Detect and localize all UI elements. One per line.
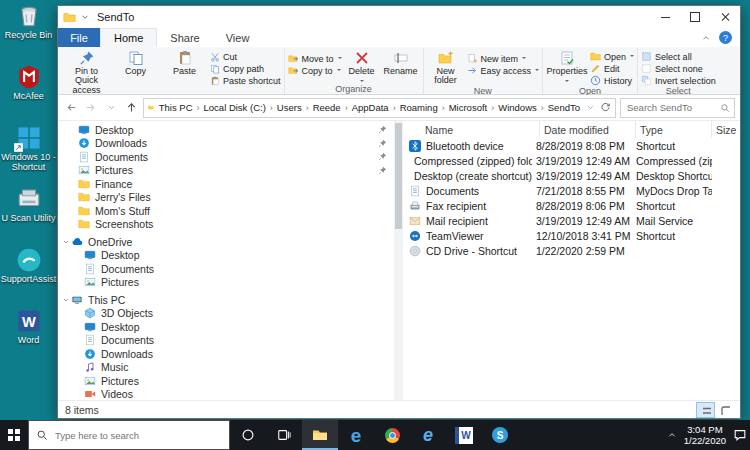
breadcrumb-item[interactable]: Reede — [311, 102, 350, 113]
taskbar-word-button[interactable] — [446, 420, 482, 450]
file-row-documents[interactable]: Documents 7/21/2018 8:55 PM MyDocs Drop … — [403, 183, 740, 198]
tab-home[interactable]: Home — [100, 28, 157, 47]
tab-share[interactable]: Share — [157, 28, 212, 47]
nav-item-pictures-quick[interactable]: Pictures — [58, 164, 394, 178]
chevron-down-icon[interactable] — [62, 238, 70, 246]
file-row-mail-recipient[interactable]: Mail recipient 3/19/2019 12:49 AM Mail S… — [403, 213, 740, 228]
up-button[interactable] — [123, 100, 139, 116]
show-hidden-icons-chevron-icon[interactable] — [667, 430, 677, 440]
tab-file[interactable]: File — [58, 28, 100, 47]
address-dropdown-chevron-icon[interactable] — [586, 103, 595, 112]
tab-view[interactable]: View — [213, 28, 263, 47]
desktop-icon-supportassist[interactable]: SupportAssist — [1, 247, 57, 299]
taskbar-clock[interactable]: 3:04 PM 1/22/2020 — [684, 424, 726, 447]
nav-item-finance[interactable]: Finance — [58, 177, 394, 191]
breadcrumb-item[interactable]: Windows — [496, 102, 546, 113]
minimize-button[interactable] — [650, 6, 680, 28]
taskbar-chrome-button[interactable] — [374, 420, 410, 450]
column-header-date-modified[interactable]: Date modified — [540, 121, 636, 138]
close-button[interactable] — [710, 6, 740, 28]
large-icons-view-button[interactable] — [716, 403, 733, 417]
copy-to-button[interactable]: Copy to — [288, 65, 342, 76]
breadcrumb-item[interactable]: AppData — [350, 102, 398, 113]
action-center-icon[interactable] — [733, 428, 747, 442]
search-box[interactable] — [620, 98, 735, 118]
nav-item-3d-objects[interactable]: 3D Objects — [58, 307, 394, 321]
breadcrumb[interactable]: This PC Local Disk (C:) Users Reede AppD… — [143, 98, 616, 118]
nav-item-onedrive[interactable]: OneDrive — [58, 235, 394, 249]
desktop-icon-word[interactable]: Word — [1, 308, 57, 360]
select-all-button[interactable]: Select all — [641, 51, 716, 62]
breadcrumb-item-current[interactable]: SendTo — [546, 102, 582, 113]
breadcrumb-item[interactable]: Local Disk (C:) — [202, 102, 275, 113]
copy-button[interactable]: Copy — [112, 48, 159, 76]
file-row-desktop-create-shortcut[interactable]: Desktop (create shortcut) 3/19/2019 12:4… — [403, 168, 740, 183]
nav-item-screenshots[interactable]: Screenshots — [58, 218, 394, 232]
desktop-icon-uscan-utility[interactable]: U Scan Utility — [1, 186, 57, 238]
easy-access-button[interactable]: Easy access — [467, 65, 540, 76]
file-row-teamviewer[interactable]: TeamViewer 12/10/2018 3:41 PM Shortcut — [403, 228, 740, 243]
open-button[interactable]: Open — [590, 51, 634, 62]
taskbar-internet-explorer-button[interactable] — [410, 420, 446, 450]
nav-item-pc-desktop[interactable]: Desktop — [58, 320, 394, 334]
nav-item-onedrive-documents[interactable]: Documents — [58, 262, 394, 276]
cut-button[interactable]: Cut — [210, 51, 281, 62]
move-to-button[interactable]: Move to — [288, 53, 342, 64]
nav-item-onedrive-pictures[interactable]: Pictures — [58, 276, 394, 290]
nav-item-moms-stuff[interactable]: Mom's Stuff — [58, 204, 394, 218]
breadcrumb-item[interactable]: Microsoft — [447, 102, 497, 113]
edit-button[interactable]: Edit — [590, 63, 634, 74]
column-header-name[interactable]: Name — [403, 121, 540, 138]
paste-button[interactable]: Paste — [161, 48, 208, 76]
task-view-button[interactable] — [266, 420, 302, 450]
recent-locations-chevron[interactable] — [103, 100, 119, 116]
chevron-down-icon[interactable] — [62, 296, 70, 304]
breadcrumb-item[interactable]: Roaming — [398, 102, 447, 113]
breadcrumb-item[interactable]: This PC — [157, 102, 202, 113]
properties-button[interactable]: Properties — [546, 48, 588, 84]
start-button[interactable] — [0, 420, 28, 450]
file-row-bluetooth-device[interactable]: Bluetooth device 8/28/2019 8:08 PM Short… — [403, 138, 740, 153]
pin-to-quick-access-button[interactable]: Pin to Quick access — [63, 48, 110, 95]
back-button[interactable] — [63, 100, 79, 116]
customize-qat-chevron-icon[interactable] — [80, 12, 90, 22]
nav-item-pc-pictures[interactable]: Pictures — [58, 374, 394, 388]
nav-item-pc-music[interactable]: Music — [58, 361, 394, 375]
details-view-button[interactable] — [697, 403, 714, 417]
taskbar-search-input[interactable] — [53, 429, 222, 442]
new-folder-button[interactable]: New folder — [427, 48, 465, 86]
cortana-button[interactable] — [230, 420, 266, 450]
taskbar-edge-button[interactable] — [338, 420, 374, 450]
new-item-button[interactable]: New item — [467, 53, 540, 64]
select-none-button[interactable]: Select none — [641, 63, 716, 74]
breadcrumb-item[interactable]: Users — [275, 102, 311, 113]
search-input[interactable] — [625, 101, 717, 114]
history-button[interactable]: History — [590, 75, 634, 86]
help-icon[interactable] — [719, 31, 732, 44]
forward-button[interactable] — [83, 100, 99, 116]
nav-item-jerrys-files[interactable]: Jerry's Files — [58, 191, 394, 205]
nav-item-pc-downloads[interactable]: Downloads — [58, 347, 394, 361]
rename-button[interactable]: Rename — [382, 48, 420, 76]
nav-scrollbar[interactable] — [394, 121, 403, 400]
delete-button[interactable]: Delete — [344, 48, 380, 84]
file-row-cd-drive-shortcut[interactable]: CD Drive - Shortcut 1/22/2020 2:59 PM — [403, 243, 740, 258]
nav-item-downloads-quick[interactable]: Downloads — [58, 137, 394, 151]
desktop-icon-windows10-shortcut[interactable]: Windows 10 - Shortcut — [1, 125, 57, 177]
nav-item-pc-documents[interactable]: Documents — [58, 334, 394, 348]
file-row-compressed-folder[interactable]: Compressed (zipped) folder 3/19/2019 12:… — [403, 153, 740, 168]
desktop-icon-recycle-bin[interactable]: Recycle Bin — [1, 3, 57, 55]
nav-item-desktop-quick[interactable]: Desktop — [58, 123, 394, 137]
maximize-button[interactable] — [680, 6, 710, 28]
column-header-size[interactable]: Size — [712, 121, 740, 138]
invert-selection-button[interactable]: Invert selection — [641, 75, 716, 86]
taskbar-search[interactable] — [28, 420, 230, 450]
taskbar-skype-button[interactable] — [482, 420, 518, 450]
paste-shortcut-button[interactable]: Paste shortcut — [210, 75, 281, 86]
minimize-ribbon-chevron-icon[interactable] — [701, 33, 711, 43]
file-row-fax-recipient[interactable]: Fax recipient 8/28/2019 8:06 PM Shortcut — [403, 198, 740, 213]
nav-item-onedrive-desktop[interactable]: Desktop — [58, 249, 394, 263]
copy-path-button[interactable]: Copy path — [210, 63, 281, 74]
refresh-icon[interactable] — [600, 102, 611, 113]
taskbar-file-explorer-button[interactable] — [302, 420, 338, 450]
